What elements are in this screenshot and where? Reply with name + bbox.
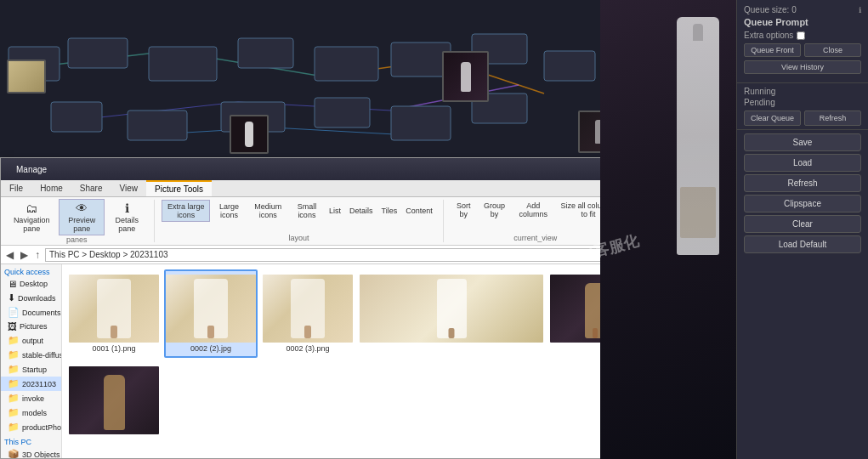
load-default-button[interactable]: Load Default xyxy=(744,235,861,253)
svg-line-0 xyxy=(26,51,170,68)
list-item[interactable]: 0001 (1).png xyxy=(67,269,161,358)
svg-rect-21 xyxy=(315,98,370,128)
quick-access-title[interactable]: Quick access xyxy=(1,264,61,277)
clear-queue-button[interactable]: Clear Queue xyxy=(744,110,801,126)
nav-startup[interactable]: 📁 Startup xyxy=(1,362,61,377)
pending-row: Pending xyxy=(744,98,861,107)
3d-objects-icon: 📦 xyxy=(8,449,20,458)
tiles-btn[interactable]: Tiles xyxy=(378,205,401,217)
queue-section: Queue size: 0 ℹ Queue Prompt Extra optio… xyxy=(737,0,868,83)
svg-rect-12 xyxy=(238,38,293,68)
list-item[interactable]: 0002 (3).png xyxy=(261,269,355,358)
back-button[interactable]: ◀ xyxy=(4,249,15,261)
nav-20231103[interactable]: 📁 20231103 xyxy=(1,377,61,391)
nav-downloads[interactable]: ⬇ Downloads xyxy=(1,291,61,305)
svg-rect-11 xyxy=(149,47,217,81)
folder-20231103-icon: 📁 xyxy=(8,378,20,389)
preview-pane-btn[interactable]: 👁 Preview pane xyxy=(59,199,105,235)
svg-line-1 xyxy=(170,51,323,76)
forward-button[interactable]: ▶ xyxy=(19,249,30,261)
load-button[interactable]: Load xyxy=(744,154,861,172)
up-button[interactable]: ↑ xyxy=(33,249,42,261)
file-thumbnail-3 xyxy=(263,275,353,343)
nav-output[interactable]: 📁 output xyxy=(1,333,61,348)
file-name-3: 0002 (3).png xyxy=(286,344,329,353)
file-thumbnail-4 xyxy=(360,275,543,343)
queue-close-button[interactable]: Close xyxy=(804,43,861,57)
tab-share[interactable]: Share xyxy=(71,180,111,196)
ribbon-group-layout: Extra large icons Large icons Medium ico… xyxy=(162,200,443,242)
nav-pane-icon: 🗂 xyxy=(26,201,37,215)
nav-pane-btn[interactable]: 🗂 Navigation pane xyxy=(6,200,57,235)
save-button[interactable]: Save xyxy=(744,133,861,151)
pictures-icon: 🖼 xyxy=(8,321,17,332)
sort-by-btn[interactable]: Sort by xyxy=(451,200,477,220)
action-buttons: Save Load Refresh Clipspace Clear Load D… xyxy=(737,130,868,257)
tab-file[interactable]: File xyxy=(1,180,31,196)
running-row: Running xyxy=(744,87,861,96)
clear-button[interactable]: Clear xyxy=(744,215,861,233)
clipspace-button[interactable]: Clipspace xyxy=(744,195,861,212)
preview-pane-icon: 👁 xyxy=(76,201,88,215)
nav-desktop[interactable]: 🖥 Desktop xyxy=(1,277,61,291)
details-btn[interactable]: Details xyxy=(346,205,377,217)
tab-view[interactable]: View xyxy=(111,180,147,196)
group-by-btn[interactable]: Group by xyxy=(479,200,511,220)
invoke-icon: 📁 xyxy=(8,393,20,404)
node-thumb-2 xyxy=(230,115,269,154)
models-icon: 📁 xyxy=(8,407,20,418)
list-btn[interactable]: List xyxy=(326,205,344,217)
file-thumbnail-6 xyxy=(69,366,159,434)
tab-picture-tools[interactable]: Picture Tools xyxy=(146,180,212,196)
current-view-group-title: current_view xyxy=(451,234,621,242)
svg-rect-19 xyxy=(128,110,187,140)
svg-line-4 xyxy=(85,102,238,119)
nav-documents[interactable]: 📄 Documents xyxy=(1,305,61,320)
svg-rect-13 xyxy=(315,47,378,81)
nav-stable-diffus[interactable]: 📁 stable-diffus... xyxy=(1,348,61,362)
details-pane-btn[interactable]: ℹ Details pane xyxy=(106,200,147,235)
refresh-button[interactable]: Refresh xyxy=(744,174,861,192)
refresh-queue-button[interactable]: Refresh xyxy=(804,110,861,126)
svg-rect-16 xyxy=(544,51,595,81)
add-columns-btn[interactable]: Add columns xyxy=(512,200,554,220)
queue-front-close-row: Queue Front Close xyxy=(744,43,861,57)
product-photo-icon: 📁 xyxy=(8,422,20,433)
svg-rect-10 xyxy=(68,38,128,68)
nav-product-photo[interactable]: 📁 productPhotoCo... xyxy=(1,420,61,434)
svg-rect-22 xyxy=(391,106,451,140)
address-input[interactable] xyxy=(45,248,647,262)
queue-size-label: Queue size: 0 xyxy=(744,5,797,14)
list-item[interactable] xyxy=(358,269,545,358)
view-history-button[interactable]: View History xyxy=(744,60,861,74)
pending-label: Pending xyxy=(744,98,775,107)
large-icons-btn[interactable]: Large icons xyxy=(212,201,247,221)
tab-manage[interactable]: Manage xyxy=(8,163,55,176)
node-thumb-1 xyxy=(7,60,46,94)
panes-group-title: panes xyxy=(6,235,147,244)
queue-actions-row: Clear Queue Refresh xyxy=(744,110,861,126)
extra-large-icons-btn[interactable]: Extra large icons xyxy=(162,200,210,222)
queue-header: Queue size: 0 ℹ xyxy=(744,5,861,14)
content-btn[interactable]: Content xyxy=(402,205,436,217)
nav-pictures[interactable]: 🖼 Pictures xyxy=(1,320,61,333)
nav-3d-objects[interactable]: 📦 3D Objects xyxy=(1,447,61,458)
nav-models[interactable]: 📁 models xyxy=(1,405,61,420)
layout-buttons: Extra large icons Large icons Medium ico… xyxy=(162,200,435,222)
list-item[interactable]: 0002 (2).jpg xyxy=(164,269,258,358)
svg-line-2 xyxy=(323,60,442,76)
this-pc-title[interactable]: This PC xyxy=(1,434,61,447)
tab-home[interactable]: Home xyxy=(31,180,71,196)
ribbon-tabs-bar: Manage xyxy=(8,163,636,176)
queue-front-button[interactable]: Queue Front xyxy=(744,43,801,57)
output-folder-icon: 📁 xyxy=(8,335,20,346)
extra-options-label: Extra options xyxy=(744,31,793,40)
ribbon-group-panes: 🗂 Navigation pane 👁 Preview pane ℹ Detai… xyxy=(6,200,155,242)
nav-invoke[interactable]: 📁 invoke xyxy=(1,391,61,405)
medium-icons-btn[interactable]: Medium icons xyxy=(248,201,288,221)
small-icons-btn[interactable]: Small icons xyxy=(290,201,324,221)
extra-options-checkbox[interactable] xyxy=(797,31,805,40)
file-name-2: 0002 (2).jpg xyxy=(190,344,231,353)
list-item[interactable] xyxy=(67,361,161,441)
details-pane-icon: ℹ xyxy=(125,201,129,215)
